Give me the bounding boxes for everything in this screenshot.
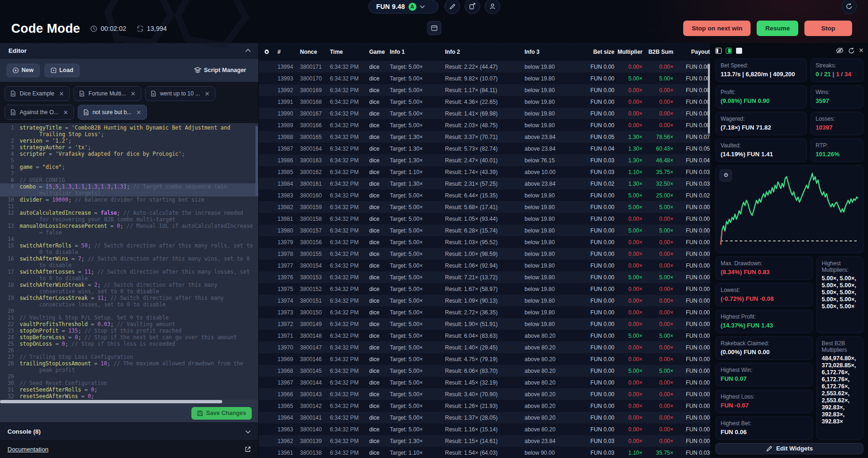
bet-row[interactable]: 1398338001606:34:32 PMdiceTarget: 5.00×R… (259, 189, 710, 201)
code-line[interactable]: 3strategyAuthor = 'tx'; (0, 144, 258, 151)
code-line[interactable]: 22vaultProfitsThreshold = 0.03; // Vault… (0, 321, 258, 327)
code-line[interactable]: 5 (0, 157, 258, 164)
bet-row[interactable]: 1398538001626:34:32 PMdiceTarget: 1.10×R… (259, 166, 710, 178)
close-tab-icon[interactable]: ✕ (204, 90, 210, 97)
code-line[interactable]: 4scripter = 'Vrafasky adapted for dice b… (0, 151, 258, 157)
code-line[interactable]: 29 (0, 373, 258, 380)
bet-history-button[interactable] (465, 0, 480, 14)
chart-settings-button[interactable] (720, 169, 732, 182)
bet-row[interactable]: 1396738001446:34:32 PMdiceTarget: 5.00×R… (259, 377, 710, 388)
bet-row[interactable]: 1396938001466:34:32 PMdiceTarget: 5.00×R… (259, 353, 710, 365)
code-line[interactable]: 6game = "dice"; (0, 164, 258, 170)
layout-full-icon[interactable] (736, 48, 742, 54)
bet-row[interactable]: 1396438001416:34:32 PMdiceTarget: 5.00×R… (259, 412, 710, 423)
editor-vertical-scrollbar[interactable] (255, 126, 258, 196)
editor-horizontal-scrollbar[interactable] (0, 400, 258, 404)
code-line[interactable]: 23stopOnProfit = 135; // Stop if this pr… (0, 327, 258, 334)
documentation-link[interactable]: Documentation (7, 446, 48, 453)
resume-button[interactable]: Resume (757, 21, 798, 36)
table-settings-gear-icon[interactable] (263, 49, 277, 55)
view-toggle-button[interactable] (427, 21, 441, 35)
script-tab[interactable]: Against the O...✕ (5, 105, 74, 120)
script-tab[interactable]: not sure but b...✕ (78, 105, 147, 120)
external-link-icon[interactable] (245, 446, 251, 452)
code-line[interactable]: 1strategyTitle = 'ComboB2B Hunting with … (0, 124, 258, 138)
bet-row[interactable]: 1396338001406:34:32 PMdiceTarget: 5.00×R… (259, 423, 710, 435)
bet-row[interactable]: 1397338001506:34:32 PMdiceTarget: 5.00×R… (259, 306, 710, 318)
column-header[interactable]: Multiplier (614, 49, 642, 55)
code-line[interactable]: 32resetSeedAfterWins = 0; (0, 393, 258, 400)
bet-row[interactable]: 1398038001576:34:32 PMdiceTarget: 5.00×R… (259, 225, 710, 236)
code-line[interactable]: 10divider = 10000; // Balance divider fo… (0, 196, 258, 203)
code-line[interactable]: 15switchAfterRolls = 50; // Switch direc… (0, 242, 258, 255)
close-tab-icon[interactable]: ✕ (63, 109, 68, 116)
edit-widgets-button[interactable]: Edit Widgets (715, 443, 863, 454)
code-line[interactable]: 7 (0, 170, 258, 177)
layout-right-icon[interactable] (726, 48, 732, 54)
column-header[interactable]: Info 2 (445, 49, 525, 55)
code-line[interactable]: 18switchAfterWinStreak = 2; // Switch di… (0, 282, 258, 295)
script-tab[interactable]: went up to 10 ...✕ (145, 86, 215, 101)
sync-button[interactable] (841, 0, 857, 14)
close-tab-icon[interactable]: ✕ (131, 90, 136, 97)
table-scrollbar[interactable] (708, 64, 710, 134)
bet-row[interactable]: 1399438001716:34:32 PMdiceTarget: 5.00×R… (259, 61, 710, 73)
bet-row[interactable]: 1397938001566:34:32 PMdiceTarget: 5.00×R… (259, 236, 710, 248)
new-script-button[interactable]: New (7, 64, 40, 77)
bet-row[interactable]: 1398138001586:34:32 PMdiceTarget: 5.00×R… (259, 213, 710, 225)
bet-row[interactable]: 1398238001596:34:32 PMdiceTarget: 5.00×R… (259, 201, 710, 213)
column-header[interactable]: Payout (673, 49, 710, 55)
close-tab-icon[interactable]: ✕ (59, 90, 64, 97)
load-script-button[interactable]: Load (44, 64, 80, 77)
edit-bet-button[interactable] (445, 0, 460, 14)
code-line[interactable]: 19switchAfterLossStreak = 11; // Switch … (0, 295, 258, 308)
script-tab[interactable]: Dice Example✕ (5, 86, 70, 101)
bet-row[interactable]: 1397038001476:34:32 PMdiceTarget: 5.00×R… (259, 342, 710, 353)
code-line[interactable]: 2version = '1.2'; (0, 138, 258, 144)
stop-button[interactable]: Stop (804, 21, 852, 36)
bet-row[interactable]: 1398838001656:34:32 PMdiceTarget: 1.30×R… (259, 131, 710, 143)
bet-row[interactable]: 1397438001516:34:32 PMdiceTarget: 5.00×R… (259, 295, 710, 306)
script-manager-button[interactable]: Script Manager (189, 64, 252, 77)
bet-row[interactable]: 1396538001426:34:32 PMdiceTarget: 5.00×R… (259, 400, 710, 412)
code-line[interactable]: 8// USER CONFIG (0, 177, 258, 183)
bet-row[interactable]: 1399138001686:34:32 PMdiceTarget: 5.00×R… (259, 96, 710, 108)
bet-row[interactable]: 1396138001386:34:32 PMdiceTarget: 1.10×R… (259, 447, 710, 458)
code-line[interactable]: 12autoCalculatedIncrease = false; // Aut… (0, 210, 258, 223)
code-line[interactable]: 13manualOnLossIncreasePercent = 0; // Ma… (0, 223, 258, 236)
column-header[interactable]: Info 3 (525, 49, 577, 55)
code-line[interactable]: 14 (0, 236, 258, 242)
column-header[interactable]: Game (369, 49, 390, 55)
bet-row[interactable]: 1397238001496:34:32 PMdiceTarget: 5.00×R… (259, 318, 710, 330)
code-line[interactable]: 27// Trailing Stop Loss Configuration (0, 354, 258, 360)
code-line[interactable]: 25stopOnLoss = 0; // Stop if this loss i… (0, 341, 258, 347)
bet-row[interactable]: 1399338001706:34:32 PMdiceTarget: 5.00×R… (259, 73, 710, 84)
column-header[interactable]: Info 1 (390, 49, 445, 55)
bet-row[interactable]: 1398638001636:34:32 PMdiceTarget: 1.30×R… (259, 154, 710, 166)
code-line[interactable]: 9combo = [5,5,1.3,1.1,1.3,1.3,1.3]; // T… (0, 183, 258, 196)
bet-row[interactable]: 1397738001546:34:32 PMdiceTarget: 5.00×R… (259, 260, 710, 271)
close-tab-icon[interactable]: ✕ (136, 109, 141, 116)
layout-left-icon[interactable] (715, 48, 722, 54)
bet-row[interactable]: 1399038001676:34:32 PMdiceTarget: 5.00×R… (259, 108, 710, 119)
bet-row[interactable]: 1396238001396:34:32 PMdiceTarget: 1.30×R… (259, 435, 710, 447)
save-changes-button[interactable]: Save Changes (191, 407, 252, 420)
code-line[interactable]: 21// Vaulting & Stop P/L Setup. Set 0 to… (0, 314, 258, 321)
code-line[interactable]: 20 (0, 308, 258, 314)
code-line[interactable]: 26 (0, 347, 258, 354)
editor-header[interactable]: Editor (0, 43, 258, 58)
close-stats-button[interactable]: × (859, 47, 863, 54)
bet-row[interactable]: 1398938001666:34:32 PMdiceTarget: 5.00×R… (259, 119, 710, 131)
balance-selector[interactable]: FUN 9.48 A (368, 0, 438, 14)
code-line[interactable]: 17switchAfterLosses = 11; // Switch dire… (0, 269, 258, 282)
bet-row[interactable]: 1398438001616:34:32 PMdiceTarget: 1.30×R… (259, 178, 710, 189)
code-line[interactable]: 16switchAfterWins = 7; // Switch directi… (0, 255, 258, 269)
column-header[interactable]: Time (330, 49, 369, 55)
hide-stats-button[interactable] (836, 47, 844, 54)
bet-row[interactable]: 1397838001556:34:32 PMdiceTarget: 5.00×R… (259, 248, 710, 260)
bet-row[interactable]: 1398738001646:34:32 PMdiceTarget: 1.30×R… (259, 143, 710, 154)
bet-row[interactable]: 1397138001486:34:32 PMdiceTarget: 5.00×R… (259, 330, 710, 342)
code-line[interactable]: 24stopBeforeLoss = 0; // Stop if the nex… (0, 334, 258, 341)
code-line[interactable]: 31resetSeedAfterRolls = 0; (0, 386, 258, 393)
column-header[interactable]: B2B Sum (642, 49, 673, 55)
